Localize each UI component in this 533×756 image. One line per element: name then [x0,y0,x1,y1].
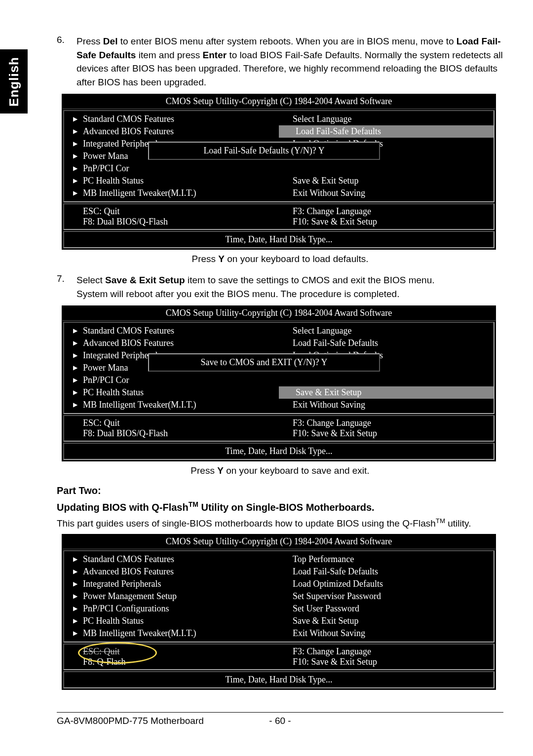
menu-item[interactable]: ▶PC Health Status [64,615,279,627]
bios-help-line: Time, Date, Hard Disk Type... [63,671,495,688]
arrow-icon: ▶ [73,593,77,600]
step-number: 6. [57,35,76,89]
menu-item[interactable]: ▶MB Intelligent Tweaker(M.I.T.) [64,399,279,411]
menu-item[interactable]: Set User Password [279,603,494,615]
arrow-icon: ▶ [73,617,77,625]
menu-item[interactable]: ▶MB Intelligent Tweaker(M.I.T.) [64,627,279,640]
menu-item[interactable]: ▶PnP/PCI Configurations [64,603,279,615]
menu-item-selected[interactable]: Load Fail-Safe Defaults [279,125,494,138]
arrow-icon: ▶ [73,605,77,612]
menu-item[interactable]: Load Fail-Safe Defaults [279,566,494,578]
part-two-heading: Part Two: [57,485,503,496]
caption: Press Y on your keyboard to load default… [57,254,503,265]
arrow-icon: ▶ [73,128,77,135]
arrow-icon: ▶ [73,364,77,372]
confirm-dialog[interactable]: Load Fail-Safe Defaults (Y/N)? Y [148,142,380,160]
arrow-icon: ▶ [73,352,77,359]
bios-screen-qflash: CMOS Setup Utility-Copyright (C) 1984-20… [62,534,496,690]
bios-key-hints: ESC: QuitF8: Q-Flash F3: Change Language… [63,643,495,670]
menu-item[interactable]: ▶Advanced BIOS Features [64,337,279,349]
instruction-list: 7. Select Save & Exit Setup item to save… [57,273,503,301]
arrow-icon: ▶ [73,630,77,637]
menu-item[interactable]: Load Optimized Defaults [279,578,494,590]
menu-item-selected[interactable]: Save & Exit Setup [279,386,494,399]
menu-item[interactable]: ▶PnP/PCI Cor [64,162,279,175]
part-two-intro: This part guides users of single-BIOS mo… [57,517,503,529]
page-number: - 60 - [57,716,503,726]
arrow-icon: ▶ [73,340,77,347]
menu-item[interactable]: Load Fail-Safe Defaults [279,337,494,349]
bios-screen-load-defaults: CMOS Setup Utility-Copyright (C) 1984-20… [62,94,496,250]
arrow-icon: ▶ [73,140,77,148]
menu-item[interactable]: Exit Without Saving [279,187,494,199]
menu-item[interactable]: ▶MB Intelligent Tweaker(M.I.T.) [64,187,279,199]
instruction-list: 6. Press Del to enter BIOS menu after sy… [57,35,503,89]
bios-help-line: Time, Date, Hard Disk Type... [63,443,495,460]
arrow-icon: ▶ [73,177,77,185]
arrow-icon: ▶ [73,568,77,575]
menu-item[interactable]: ▶PC Health Status [64,175,279,187]
menu-item[interactable]: Select Language [279,325,494,337]
step-body: Press Del to enter BIOS menu after syste… [76,35,503,89]
step-7: 7. Select Save & Exit Setup item to save… [57,273,503,301]
menu-item[interactable]: Set Supervisor Password [279,590,494,603]
arrow-icon: ▶ [73,556,77,563]
part-two-section: Part Two: Updating BIOS with Q-FlashTM U… [57,485,503,529]
arrow-icon: ▶ [73,401,77,409]
arrow-icon: ▶ [73,189,77,197]
menu-item[interactable]: Select Language [279,113,494,125]
menu-item[interactable]: Save & Exit Setup [279,615,494,627]
bios-title: CMOS Setup Utility-Copyright (C) 1984-20… [62,94,495,109]
menu-item[interactable]: Top Performance [279,553,494,566]
menu-item[interactable]: Exit Without Saving [279,399,494,411]
bios-title: CMOS Setup Utility-Copyright (C) 1984-20… [62,306,495,321]
language-tab: English [0,49,28,113]
bios-screen-save-exit: CMOS Setup Utility-Copyright (C) 1984-20… [62,305,496,461]
menu-item[interactable]: ▶Integrated Peripherals [64,578,279,590]
bios-title: CMOS Setup Utility-Copyright (C) 1984-20… [62,534,495,549]
menu-item[interactable]: ▶Power Management Setup [64,590,279,603]
menu-item[interactable]: ▶Standard CMOS Features [64,553,279,566]
arrow-icon: ▶ [73,327,77,335]
confirm-dialog[interactable]: Save to CMOS and EXIT (Y/N)? Y [148,353,380,372]
menu-item[interactable]: ▶Standard CMOS Features [64,325,279,337]
step-number: 7. [57,273,76,301]
menu-item[interactable]: ▶PnP/PCI Cor [64,374,279,386]
part-two-subheading: Updating BIOS with Q-FlashTM Utility on … [57,500,503,513]
menu-item[interactable]: Exit Without Saving [279,627,494,640]
caption: Press Y on your keyboard to save and exi… [57,465,503,476]
step-body: Select Save & Exit Setup item to save th… [76,273,503,301]
bios-key-hints: ESC: QuitF8: Dual BIOS/Q-Flash F3: Chang… [63,203,495,230]
menu-item[interactable]: ▶PC Health Status [64,386,279,399]
arrow-icon: ▶ [73,580,77,588]
bios-help-line: Time, Date, Hard Disk Type... [63,231,495,248]
bios-key-hints: ESC: QuitF8: Dual BIOS/Q-Flash F3: Chang… [63,415,495,442]
menu-item[interactable]: ▶Standard CMOS Features [64,113,279,125]
arrow-icon: ▶ [73,377,77,384]
arrow-icon: ▶ [73,152,77,160]
arrow-icon: ▶ [73,389,77,396]
language-tab-label: English [6,57,22,107]
page-footer: GA-8VM800PMD-775 Motherboard - 60 - [57,712,503,726]
step-6: 6. Press Del to enter BIOS menu after sy… [57,35,503,89]
menu-item[interactable]: ▶Advanced BIOS Features [64,125,279,138]
arrow-icon: ▶ [73,115,77,123]
menu-item[interactable]: ▶Advanced BIOS Features [64,566,279,578]
menu-item[interactable]: Save & Exit Setup [279,175,494,187]
arrow-icon: ▶ [73,165,77,172]
